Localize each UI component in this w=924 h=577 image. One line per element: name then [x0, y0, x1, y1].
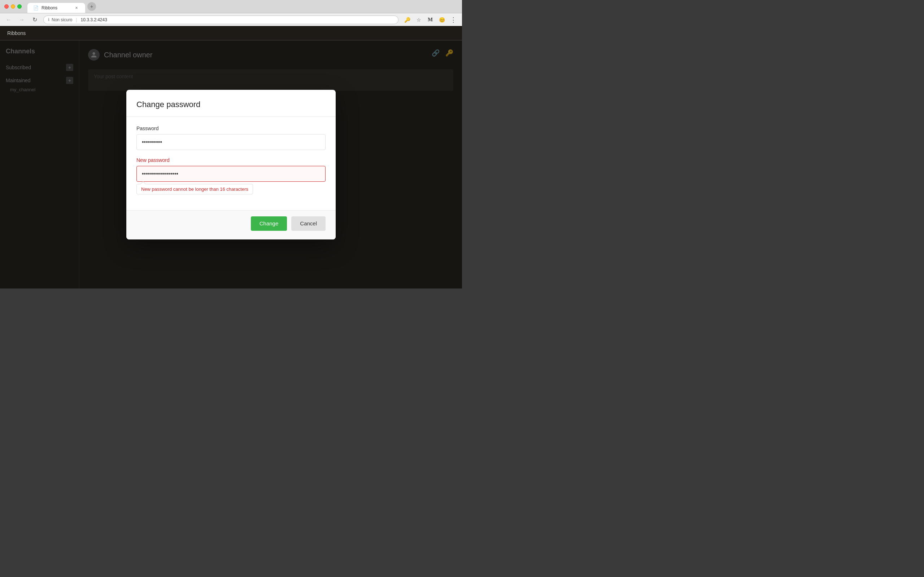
modal-title: Change password [136, 100, 326, 109]
change-password-modal: Change password Password New password Ne… [126, 90, 336, 239]
url-insecure-label: Non sicuro [52, 17, 72, 23]
address-bar: ← → ↻ ℹ Non sicuro | 10.3.3.2:4243 🔑 ☆ M… [0, 13, 462, 26]
modal-body: Password New password New password canno… [126, 117, 336, 210]
modal-footer: Change Cancel [126, 210, 336, 239]
browser-tab[interactable]: 📄 Ribbons × [27, 3, 85, 13]
password-label: Password [136, 126, 326, 131]
error-message: New password cannot be longer than 16 ch… [141, 187, 248, 192]
key-action-icon[interactable]: 🔑 [403, 16, 412, 24]
forward-button[interactable]: → [17, 16, 26, 24]
bookmark-icon[interactable]: ☆ [414, 16, 423, 24]
password-field-group: Password [136, 126, 326, 150]
error-tooltip: New password cannot be longer than 16 ch… [136, 184, 253, 194]
modal-overlay: Change password Password New password Ne… [0, 40, 462, 288]
browser-actions: 🔑 ☆ M 😊 ⋮ [403, 16, 458, 24]
refresh-button[interactable]: ↻ [30, 16, 39, 24]
emoji-extension-icon[interactable]: 😊 [438, 16, 446, 24]
app-body: Channels Subscribed + Maintained + my_ch… [0, 40, 462, 288]
tab-page-icon: 📄 [33, 5, 39, 10]
browser-chrome: 📄 Ribbons × + ← → ↻ ℹ Non sicuro | 10.3.… [0, 0, 462, 26]
url-bar[interactable]: ℹ Non sicuro | 10.3.3.2:4243 [43, 16, 399, 24]
minimize-window-button[interactable] [11, 4, 15, 9]
app-title: Ribbons [7, 30, 26, 36]
app-header: Ribbons [0, 26, 462, 40]
tab-title: Ribbons [42, 5, 57, 10]
new-password-input[interactable] [136, 166, 326, 182]
traffic-lights [4, 4, 22, 9]
m-extension-icon[interactable]: M [426, 16, 435, 24]
tab-close-button[interactable]: × [74, 5, 79, 11]
app-content: Ribbons Channels Subscribed + Maintained… [0, 26, 462, 288]
url-text: 10.3.3.2:4243 [81, 17, 107, 23]
back-button[interactable]: ← [4, 16, 13, 24]
close-window-button[interactable] [4, 4, 9, 9]
change-button[interactable]: Change [251, 216, 287, 231]
maximize-window-button[interactable] [17, 4, 22, 9]
menu-button[interactable]: ⋮ [449, 16, 458, 24]
new-tab-button[interactable]: + [87, 2, 96, 11]
cancel-button[interactable]: Cancel [291, 216, 326, 231]
insecure-icon: ℹ [48, 17, 50, 22]
password-input[interactable] [136, 134, 326, 150]
browser-titlebar: 📄 Ribbons × + [0, 0, 462, 13]
modal-header: Change password [126, 90, 336, 117]
new-password-field-group: New password New password cannot be long… [136, 157, 326, 194]
new-password-label: New password [136, 157, 326, 163]
